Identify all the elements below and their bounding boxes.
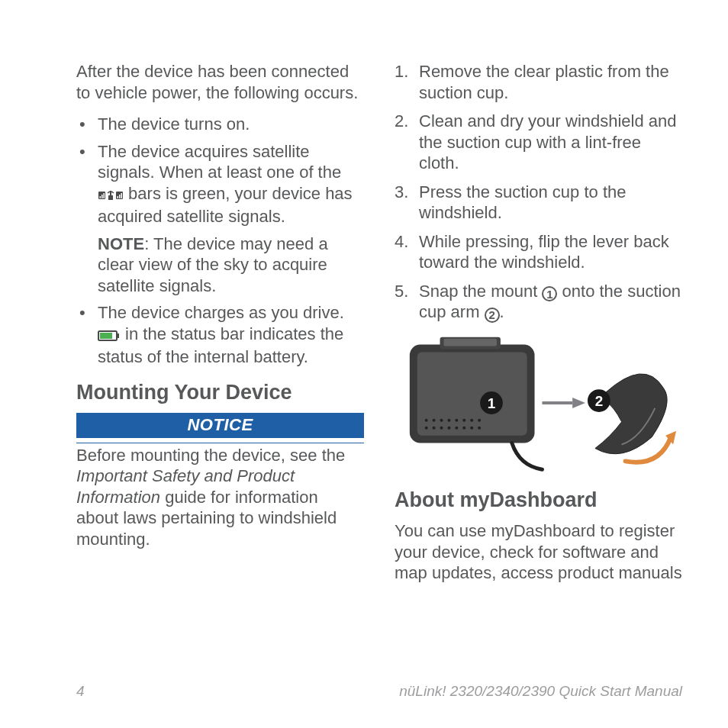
mounting-steps: Remove the clear plastic from the suctio… [395, 61, 682, 323]
mydashboard-body: You can use myDashboard to register your… [395, 520, 682, 584]
notice-text: Before mounting the device, see the [76, 446, 345, 465]
list-item: The device charges as you drive. in the … [76, 302, 364, 368]
list-item: Remove the clear plastic from the suctio… [395, 61, 682, 103]
heading-mydashboard: About myDashboard [395, 488, 682, 514]
svg-point-27 [447, 418, 450, 421]
after-connect-list: The device turns on. The device acquires… [76, 114, 364, 368]
svg-point-20 [455, 426, 458, 429]
page-number: 4 [46, 682, 85, 701]
svg-rect-7 [104, 193, 105, 198]
svg-point-29 [462, 418, 465, 421]
step-text: While pressing, flip the lever back towa… [419, 232, 669, 272]
svg-rect-9 [119, 195, 121, 198]
page-footer: 4 nüLink! 2320/2340/2390 Quick Start Man… [46, 681, 682, 701]
step-text: Remove the clear plastic from the suctio… [419, 62, 669, 102]
two-column-layout: After the device has been connected to v… [46, 61, 682, 675]
intro-paragraph: After the device has been connected to v… [76, 61, 364, 103]
list-item: The device turns on. [76, 114, 364, 135]
notice-box: NOTICE [76, 413, 364, 438]
svg-point-23 [478, 426, 481, 429]
svg-rect-12 [117, 333, 119, 338]
mounting-diagram: 1 2 [395, 330, 682, 475]
step-text: Clean and dry your windshield and the su… [419, 111, 677, 172]
svg-rect-33 [443, 338, 496, 346]
svg-point-18 [440, 426, 443, 429]
svg-point-17 [433, 426, 436, 429]
svg-rect-10 [121, 193, 123, 198]
note-paragraph: NOTE: The device may need a clear view o… [98, 234, 364, 297]
notice-header: NOTICE [76, 413, 364, 438]
step-text: Press the suction cup to the windshield. [419, 182, 627, 223]
step-text: Snap the mount [419, 282, 542, 301]
signal-bars-icon [98, 185, 124, 207]
heading-mounting: Mounting Your Device [76, 380, 364, 406]
list-item: Clean and dry your windshield and the su… [395, 111, 682, 174]
svg-point-19 [447, 426, 450, 429]
step-text: . [500, 302, 504, 321]
right-column: Remove the clear plastic from the suctio… [395, 61, 682, 675]
svg-point-26 [440, 418, 443, 421]
note-label: NOTE [98, 234, 144, 253]
list-item: The device acquires satellite signals. W… [76, 141, 364, 297]
left-column: After the device has been connected to v… [46, 61, 364, 675]
svg-point-31 [478, 418, 481, 421]
battery-icon [98, 326, 121, 347]
svg-rect-15 [417, 352, 527, 435]
svg-rect-5 [100, 196, 101, 198]
bullet-text: bars is green, your device has acquired … [98, 184, 353, 227]
svg-rect-13 [100, 333, 112, 339]
circled-1-icon: 1 [542, 286, 557, 301]
list-item: Snap the mount 1 onto the suction cup ar… [395, 281, 682, 323]
svg-marker-34 [572, 398, 585, 408]
manual-page: After the device has been connected to v… [0, 0, 728, 728]
svg-text:2: 2 [595, 392, 603, 408]
svg-point-21 [462, 426, 465, 429]
svg-point-16 [425, 426, 428, 429]
list-item: While pressing, flip the lever back towa… [395, 231, 682, 273]
svg-point-22 [470, 426, 473, 429]
bullet-text: in the status bar indicates the status o… [98, 324, 343, 367]
svg-point-25 [433, 418, 436, 421]
circled-2-icon: 2 [485, 308, 500, 323]
list-item: Press the suction cup to the windshield. [395, 182, 682, 224]
bullet-text: The device charges as you drive. [98, 303, 344, 322]
svg-point-28 [455, 418, 458, 421]
svg-point-24 [425, 418, 428, 421]
svg-rect-6 [101, 195, 103, 198]
svg-text:1: 1 [488, 395, 495, 411]
bullet-text: The device acquires satellite signals. W… [98, 142, 341, 182]
svg-point-30 [470, 418, 473, 421]
footer-title: nüLink! 2320/2340/2390 Quick Start Manua… [399, 682, 682, 701]
bullet-text: The device turns on. [98, 114, 250, 134]
svg-rect-8 [118, 196, 119, 198]
notice-body: Before mounting the device, see the Impo… [76, 443, 364, 550]
